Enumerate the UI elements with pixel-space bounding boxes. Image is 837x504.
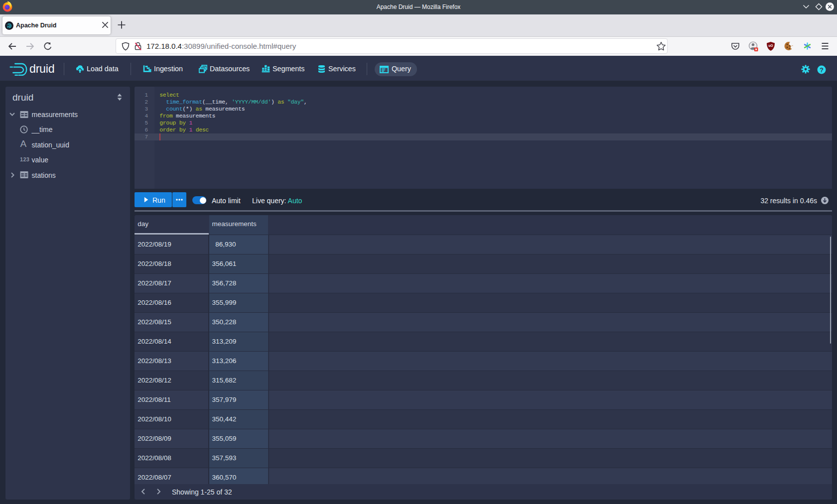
svg-text:uO: uO (768, 44, 773, 47)
svg-text:?: ? (820, 67, 824, 74)
